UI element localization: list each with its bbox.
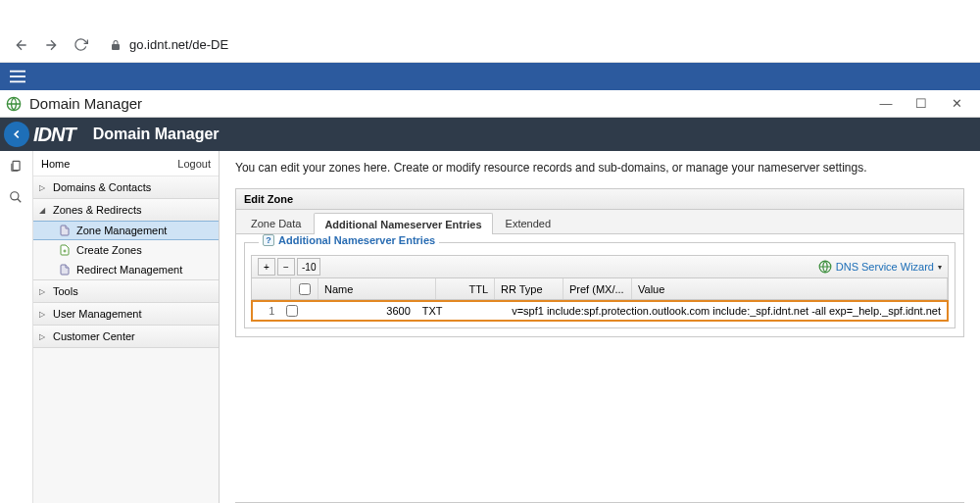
tab-extended[interactable]: Extended <box>495 212 562 233</box>
hamburger-menu-icon[interactable] <box>10 70 25 83</box>
cell-rrtype: TXT <box>416 305 462 317</box>
browser-reload-button[interactable] <box>69 33 92 57</box>
window-close-button[interactable]: ✕ <box>939 92 974 116</box>
col-checkbox <box>291 278 318 299</box>
chevron-right-icon: ▷ <box>39 183 49 192</box>
col-index <box>252 278 291 299</box>
tab-zone-data[interactable]: Zone Data <box>240 212 312 233</box>
col-value[interactable]: Value <box>632 278 948 299</box>
sidebar-group-domains-contacts[interactable]: ▷ Domains & Contacts <box>33 176 219 198</box>
browser-url[interactable]: go.idnt.net/de-DE <box>129 37 228 52</box>
pager-button[interactable]: -10 <box>297 258 320 276</box>
cell-index: 1 <box>253 305 280 317</box>
sidebar-group-user-management[interactable]: ▷ User Management <box>33 303 219 325</box>
col-pref[interactable]: Pref (MX/... <box>564 278 632 299</box>
sidebar: Home Logout ▷ Domains & Contacts ◢ Zones… <box>33 151 220 503</box>
fieldset-title: ? Additional Nameserver Entries <box>259 234 439 246</box>
dns-service-wizard-link[interactable]: DNS Service Wizard ▾ <box>818 260 942 274</box>
new-document-icon <box>59 244 71 256</box>
tab-panel: ? Additional Nameserver Entries + − -10 … <box>235 234 964 337</box>
header-back-button[interactable] <box>4 122 29 147</box>
clipboard-icon[interactable] <box>9 159 24 175</box>
col-rrtype[interactable]: RR Type <box>495 278 564 299</box>
chevron-right-icon: ▷ <box>39 287 49 296</box>
window-title-bar: Domain Manager — ☐ ✕ <box>0 90 980 118</box>
document-icon <box>59 225 71 236</box>
svg-rect-0 <box>10 71 25 73</box>
main-content: You can edit your zones here. Create or … <box>220 151 980 503</box>
row-checkbox[interactable] <box>286 305 298 317</box>
chevron-right-icon: ▷ <box>39 310 49 319</box>
chevron-right-icon: ▷ <box>39 332 49 341</box>
sidebar-item-zone-management[interactable]: Zone Management <box>33 221 219 240</box>
brand-logo: IDNT <box>33 125 75 144</box>
col-name[interactable]: Name <box>318 278 436 299</box>
header-title: Domain Manager <box>93 126 220 143</box>
svg-rect-4 <box>13 161 20 170</box>
logout-link[interactable]: Logout <box>177 158 211 170</box>
window-maximize-button[interactable]: ☐ <box>904 92 939 116</box>
globe-icon <box>818 260 832 274</box>
sidebar-home[interactable]: Home <box>41 158 70 170</box>
sidebar-item-redirect-management[interactable]: Redirect Management <box>33 260 219 279</box>
intro-text: You can edit your zones here. Create or … <box>235 161 964 175</box>
tab-bar: Zone Data Additional Nameserver Entries … <box>235 209 964 234</box>
sidebar-item-create-zones[interactable]: Create Zones <box>33 240 219 260</box>
svg-rect-2 <box>10 80 25 82</box>
cell-ttl: 3600 <box>377 305 416 317</box>
browser-navbar: go.idnt.net/de-DE <box>0 27 980 63</box>
cell-value: v=spf1 include:spf.protection.outlook.co… <box>506 305 947 317</box>
browser-forward-button[interactable] <box>39 33 63 57</box>
document-icon <box>59 264 71 276</box>
sidebar-group-zones-redirects[interactable]: ◢ Zones & Redirects <box>33 199 219 221</box>
tab-additional-nameserver-entries[interactable]: Additional Nameserver Entries <box>314 213 492 234</box>
app-top-bar <box>0 63 980 90</box>
panel-title: Edit Zone <box>235 188 964 209</box>
lock-icon <box>110 39 122 51</box>
help-icon[interactable]: ? <box>263 234 274 246</box>
icon-rail <box>0 151 33 503</box>
svg-rect-1 <box>10 75 25 77</box>
window-title: Domain Manager <box>29 95 868 112</box>
chevron-down-icon: ◢ <box>39 206 49 215</box>
select-all-checkbox[interactable] <box>299 283 311 295</box>
add-button[interactable]: + <box>258 258 275 276</box>
remove-button[interactable]: − <box>277 258 295 276</box>
browser-back-button[interactable] <box>10 33 33 57</box>
app-header: IDNT Domain Manager <box>0 118 980 151</box>
window-minimize-button[interactable]: — <box>868 92 904 116</box>
globe-icon <box>6 96 22 112</box>
chevron-down-icon: ▾ <box>938 263 942 272</box>
search-icon[interactable] <box>9 190 24 206</box>
col-ttl[interactable]: TTL <box>436 278 495 299</box>
table-row[interactable]: 1 3600 TXT v=spf1 include:spf.protection… <box>251 300 949 322</box>
sidebar-group-customer-center[interactable]: ▷ Customer Center <box>33 326 219 347</box>
svg-point-5 <box>10 192 18 200</box>
sidebar-group-tools[interactable]: ▷ Tools <box>33 280 219 302</box>
